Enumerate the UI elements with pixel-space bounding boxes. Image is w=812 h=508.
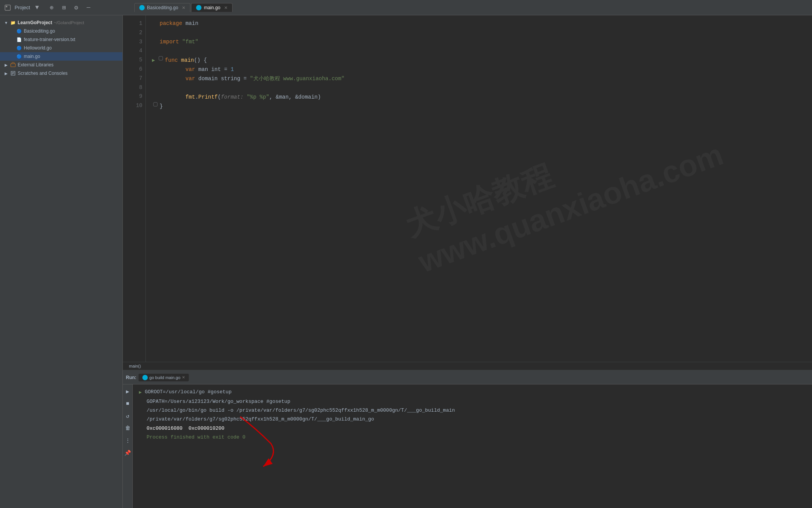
run-arrow-green: ▶ bbox=[139, 389, 142, 397]
go-tab-icon bbox=[139, 5, 145, 10]
code-line-2 bbox=[152, 28, 806, 38]
split-icon[interactable]: ⊞ bbox=[60, 4, 68, 12]
sidebar: 📁 LearnGoProject ~/GolandProject 🔵 Basic… bbox=[0, 15, 123, 508]
line-num-7: 7 bbox=[123, 74, 142, 83]
scratches-label: Scratches and Consoles bbox=[18, 71, 68, 76]
line-num-9: 9 bbox=[123, 92, 142, 101]
tab-main[interactable]: main.go ✕ bbox=[191, 3, 233, 12]
run-output-line-3: /usr/local/go/bin/go build -o /private/v… bbox=[147, 406, 806, 415]
helloworld-label: Helloworld.go bbox=[24, 45, 52, 51]
project-label: Project bbox=[15, 5, 30, 10]
run-output-success: Process finished with exit code 0 bbox=[147, 433, 245, 442]
svg-rect-4 bbox=[153, 102, 157, 106]
editor-area: 犬小哈教程www.quanxiaoha.com 1 2 3 4 5 6 7 8 … bbox=[123, 15, 812, 508]
dropdown-icon[interactable]: ▼ bbox=[33, 4, 41, 12]
sidebar-item-main[interactable]: 🔵 main.go bbox=[0, 52, 122, 61]
gear-icon[interactable]: ⚙ bbox=[72, 4, 80, 12]
line-num-5: 5 bbox=[123, 56, 142, 65]
run-output-text-4: /private/var/folders/g7/sg02phc552qffxx1… bbox=[147, 415, 374, 424]
go-tab-icon-main bbox=[196, 5, 201, 10]
main-layout: 📁 LearnGoProject ~/GolandProject 🔵 Basic… bbox=[0, 15, 812, 508]
run-tab-close[interactable]: ✕ bbox=[182, 375, 185, 379]
line-numbers: 1 2 3 4 5 6 7 8 9 10 bbox=[123, 15, 146, 362]
breadcrumb: main() bbox=[129, 364, 141, 368]
line-num-2: 2 bbox=[123, 28, 142, 38]
sidebar-tree: 📁 LearnGoProject ~/GolandProject 🔵 Basic… bbox=[0, 15, 122, 508]
titlebar-actions: ⊕ ⊞ ⚙ — bbox=[48, 4, 92, 12]
code-line-9: fmt.Printf( format: "%p %p", &man, &doma… bbox=[152, 93, 806, 102]
titlebar-left: Project ▼ ⊕ ⊞ ⚙ — bbox=[4, 4, 127, 12]
line-num-6: 6 bbox=[123, 65, 142, 74]
tree-arrow-ext-libs bbox=[3, 62, 9, 68]
run-trash-btn[interactable]: 🗑 bbox=[124, 424, 132, 432]
line-num-3: 3 bbox=[123, 38, 142, 47]
gutter-5 bbox=[157, 56, 164, 61]
tab-basicediting[interactable]: Basicediting.go ✕ bbox=[134, 3, 190, 12]
go-file-icon-main: 🔵 bbox=[16, 53, 22, 59]
folder-open-icon: 📁 bbox=[10, 20, 16, 26]
run-output-highlight: 0xc000016080 0xc000010200 bbox=[147, 424, 224, 433]
run-output-line-5: 0xc000016080 0xc000010200 bbox=[147, 424, 806, 433]
line-num-8: 8 bbox=[123, 83, 142, 92]
run-tab-go-build[interactable]: go build main.go ✕ bbox=[139, 374, 189, 381]
learn-go-path: ~/GolandProject bbox=[54, 20, 84, 25]
titlebar: Project ▼ ⊕ ⊞ ⚙ — Basicediting.go ✕ main… bbox=[0, 0, 812, 15]
run-panel: Run: go build main.go ✕ ▶ ■ ↺ 🗑 ⋮ 📌 bbox=[123, 370, 812, 508]
sidebar-item-scratches[interactable]: Scratches and Consoles bbox=[0, 69, 122, 78]
go-file-icon-helloworld: 🔵 bbox=[16, 45, 22, 51]
main-label: main.go bbox=[24, 54, 40, 59]
run-rerun-btn[interactable]: ↺ bbox=[124, 412, 132, 420]
line-num-1: 1 bbox=[123, 19, 142, 28]
line-num-4: 4 bbox=[123, 46, 142, 56]
tab-main-label: main.go bbox=[204, 5, 220, 10]
editor-content: 犬小哈教程www.quanxiaoha.com 1 2 3 4 5 6 7 8 … bbox=[123, 15, 812, 362]
run-output-text-3: /usr/local/go/bin/go build -o /private/v… bbox=[147, 406, 455, 415]
sidebar-item-basicediting[interactable]: 🔵 Basicediting.go bbox=[0, 27, 122, 35]
run-output-line-4: /private/var/folders/g7/sg02phc552qffxx1… bbox=[147, 415, 806, 424]
code-line-10: } bbox=[152, 102, 806, 111]
breadcrumb-bar: main() bbox=[123, 362, 812, 370]
svg-rect-1 bbox=[6, 6, 7, 7]
minimize-icon[interactable]: — bbox=[84, 4, 92, 12]
gutter-10 bbox=[152, 102, 159, 107]
code-line-4 bbox=[152, 47, 806, 56]
run-panel-header: Run: go build main.go ✕ bbox=[123, 371, 812, 384]
svg-rect-3 bbox=[159, 56, 163, 60]
run-pin-btn[interactable]: 📌 bbox=[124, 449, 132, 457]
txt-file-icon: 📄 bbox=[16, 36, 22, 43]
run-output: ▶ GOROOT=/usr/local/go #gosetup GOPATH=/… bbox=[133, 384, 812, 508]
go-file-icon-basicediting: 🔵 bbox=[16, 28, 22, 34]
run-gutter-arrow[interactable]: ▶ bbox=[152, 56, 155, 65]
run-stop-btn[interactable]: ■ bbox=[124, 400, 132, 407]
line-num-10: 10 bbox=[123, 101, 142, 111]
code-line-8 bbox=[152, 84, 806, 93]
project-icon bbox=[4, 4, 12, 12]
svg-rect-2 bbox=[11, 64, 15, 67]
run-play-btn[interactable]: ▶ bbox=[124, 388, 132, 395]
run-output-text-2: GOPATH=/Users/a123123/Work/go_workspace … bbox=[147, 397, 290, 406]
tab-main-close[interactable]: ✕ bbox=[224, 5, 228, 10]
run-content: ▶ ■ ↺ 🗑 ⋮ 📌 ▶ GOROOT=/usr/local/go #gose… bbox=[123, 384, 812, 508]
run-output-line-6: Process finished with exit code 0 bbox=[147, 433, 806, 442]
sidebar-item-learn-go-project[interactable]: 📁 LearnGoProject ~/GolandProject bbox=[0, 18, 122, 27]
tab-basicediting-close[interactable]: ✕ bbox=[182, 5, 185, 10]
sidebar-item-feature-trainer[interactable]: 📄 feature-trainer-version.txt bbox=[0, 35, 122, 44]
feature-trainer-label: feature-trainer-version.txt bbox=[24, 37, 75, 42]
run-output-line-1: ▶ GOROOT=/usr/local/go #gosetup bbox=[139, 388, 806, 397]
scratch-icon bbox=[10, 70, 16, 76]
run-tab-go-icon bbox=[142, 375, 148, 380]
run-label: Run: bbox=[126, 375, 136, 380]
run-menu-btn[interactable]: ⋮ bbox=[124, 437, 132, 444]
ext-libs-label: External Libraries bbox=[18, 62, 53, 68]
sidebar-item-helloworld[interactable]: 🔵 Helloworld.go bbox=[0, 44, 122, 52]
sidebar-item-external-libs[interactable]: External Libraries bbox=[0, 61, 122, 69]
globe-icon[interactable]: ⊕ bbox=[48, 4, 55, 12]
run-output-line-2: GOPATH=/Users/a123123/Work/go_workspace … bbox=[147, 397, 806, 406]
code-line-3: import "fmt" bbox=[152, 38, 806, 47]
learn-go-label: LearnGoProject bbox=[18, 20, 52, 25]
run-tab-label: go build main.go bbox=[149, 375, 180, 380]
ext-lib-icon bbox=[10, 62, 16, 68]
run-sidebar: ▶ ■ ↺ 🗑 ⋮ 📌 bbox=[123, 384, 133, 508]
code-panel[interactable]: package main import "fmt" bbox=[146, 15, 812, 362]
tree-arrow-learn-go bbox=[3, 20, 9, 26]
